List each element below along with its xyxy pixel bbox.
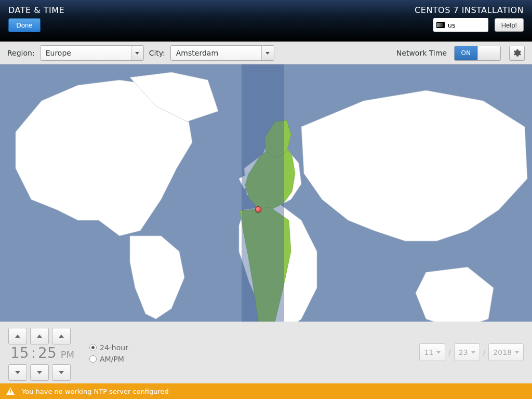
time-separator: : <box>31 344 36 362</box>
chevron-down-icon <box>471 351 475 354</box>
time-format-group: 24-hour AM/PM <box>89 343 128 363</box>
format-24hour-label: 24-hour <box>100 343 128 352</box>
help-button[interactable]: Help! <box>495 18 524 32</box>
chevron-up-icon <box>37 335 42 338</box>
switch-on-label: ON <box>455 46 477 60</box>
chevron-up-icon <box>15 335 20 338</box>
minutes-value: 25 <box>38 344 57 362</box>
ampm-up-button[interactable] <box>52 328 71 344</box>
radio-icon <box>89 355 97 363</box>
day-value: 23 <box>459 348 468 356</box>
ntp-settings-button[interactable] <box>509 46 525 61</box>
time-display: 15 : 25 PM <box>10 344 74 362</box>
format-ampm-label: AM/PM <box>100 355 124 363</box>
region-label: Region: <box>7 49 35 57</box>
region-combo[interactable]: Europe <box>40 45 144 61</box>
timezone-map[interactable] <box>0 64 532 322</box>
ampm-down-button[interactable] <box>52 364 71 381</box>
format-ampm-radio[interactable]: AM/PM <box>89 355 128 363</box>
chevron-down-icon <box>515 351 519 354</box>
region-value: Europe <box>41 49 131 57</box>
network-time-switch[interactable]: ON <box>454 46 501 61</box>
year-combo[interactable]: 2018 <box>488 343 524 361</box>
hours-value: 15 <box>10 344 29 362</box>
warning-bar: You have no working NTP server configure… <box>0 383 532 399</box>
chevron-down-icon <box>265 52 270 55</box>
chevron-down-icon <box>436 351 441 354</box>
minutes-up-button[interactable] <box>30 328 49 344</box>
month-combo[interactable]: 11 <box>419 343 445 361</box>
warning-message: You have no working NTP server configure… <box>22 388 169 395</box>
chevron-down-icon <box>37 371 42 374</box>
keyboard-layout-label: us <box>448 21 456 29</box>
network-time-label: Network Time <box>396 49 447 57</box>
city-combo[interactable]: Amsterdam <box>170 45 274 61</box>
date-group: 11 / 23 / 2018 <box>419 343 524 361</box>
world-map-svg <box>0 64 532 322</box>
page-title: DATE & TIME <box>8 5 64 15</box>
switch-knob <box>477 46 501 60</box>
chevron-down-icon <box>59 371 64 374</box>
date-separator: / <box>483 348 486 356</box>
chevron-up-icon <box>59 335 64 338</box>
day-combo[interactable]: 23 <box>454 343 480 361</box>
city-label: City: <box>149 49 165 57</box>
year-value: 2018 <box>493 348 512 356</box>
chevron-down-icon <box>135 52 139 55</box>
install-title: CENTOS 7 INSTALLATION <box>415 5 524 15</box>
date-separator: / <box>448 348 451 356</box>
warning-icon <box>6 388 15 395</box>
format-24hour-radio[interactable]: 24-hour <box>89 343 128 352</box>
header: DATE & TIME Done CENTOS 7 INSTALLATION u… <box>0 0 532 42</box>
chevron-down-icon <box>15 371 20 374</box>
keyboard-indicator[interactable]: us <box>433 18 488 32</box>
done-button[interactable]: Done <box>8 18 41 32</box>
filter-bar: Region: Europe City: Amsterdam Network T… <box>0 42 532 64</box>
bottom-bar: 15 : 25 PM .bottombar { position: relati… <box>0 322 532 383</box>
header-right: CENTOS 7 INSTALLATION us Help! <box>415 5 524 37</box>
city-dropdown-button[interactable] <box>261 46 274 60</box>
header-left: DATE & TIME Done <box>8 5 64 37</box>
hours-up-button[interactable] <box>8 328 27 344</box>
city-value: Amsterdam <box>171 49 261 57</box>
ampm-value: PM <box>61 349 74 360</box>
header-controls: us Help! <box>433 18 524 32</box>
gear-icon <box>513 49 521 57</box>
radio-icon <box>89 344 97 351</box>
hours-down-button[interactable] <box>8 364 27 381</box>
keyboard-icon <box>436 22 445 28</box>
region-dropdown-button[interactable] <box>131 46 143 60</box>
month-value: 11 <box>424 348 433 356</box>
minutes-down-button[interactable] <box>30 364 49 381</box>
